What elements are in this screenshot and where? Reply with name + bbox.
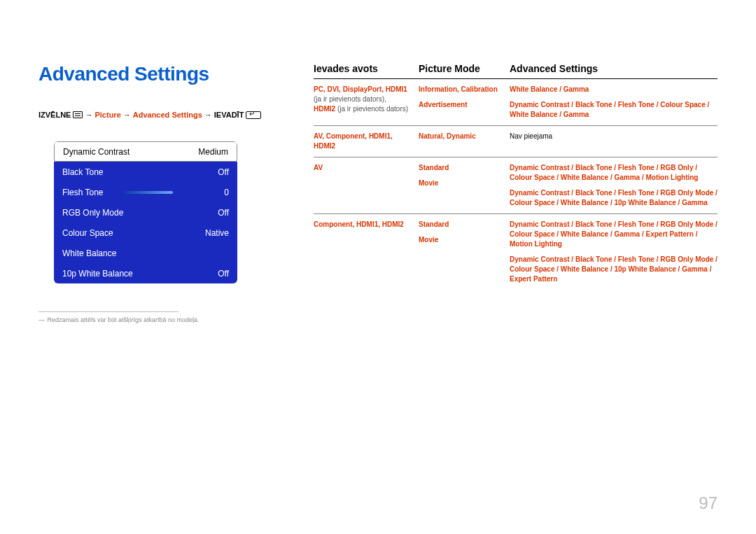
setting-value: Native	[205, 228, 229, 238]
mode-cell: StandardMovie	[419, 163, 510, 188]
mode-text: Standard	[419, 220, 504, 230]
setting-row[interactable]: Dynamic ContrastMedium	[54, 141, 237, 162]
adv-cell: Dynamic Contrast / Black Tone / Flesh To…	[510, 163, 718, 208]
setting-row[interactable]: 10p White BalanceOff	[54, 263, 237, 283]
source-sub: (ja ir pievienots dators),	[314, 94, 413, 104]
enter-icon	[246, 111, 261, 119]
source-cell: AV, Component, HDMI1, HDMI2	[314, 132, 419, 151]
setting-value: Off	[218, 167, 229, 177]
mode-cell: Information, CalibrationAdvertisement	[419, 85, 510, 110]
table-row: AV, Component, HDMI1, HDMI2Natural, Dyna…	[314, 126, 718, 157]
table-row: Component, HDMI1, HDMI2StandardMovieDyna…	[314, 214, 718, 290]
mode-text: Information, Calibration	[419, 85, 504, 94]
mode-text: Movie	[419, 235, 504, 245]
table-row: AVStandardMovieDynamic Contrast / Black …	[314, 157, 718, 214]
adv-text: Dynamic Contrast / Black Tone / Flesh To…	[510, 255, 718, 284]
col-header-mode: Picture Mode	[419, 63, 510, 74]
slider-track	[124, 191, 173, 194]
setting-value: Off	[218, 208, 229, 218]
source-cell: PC, DVI, DisplayPort, HDMI1(ja ir pievie…	[314, 85, 419, 114]
settings-box: Dynamic ContrastMediumBlack ToneOffFlesh…	[54, 141, 237, 283]
col-header-source: Ievades avots	[314, 63, 419, 74]
setting-label: 10p White Balance	[62, 269, 133, 279]
table-row: PC, DVI, DisplayPort, HDMI1(ja ir pievie…	[314, 79, 718, 126]
arrow-icon: →	[85, 111, 92, 119]
setting-label: Flesh Tone	[62, 188, 103, 197]
page-title: Advanced Settings	[38, 63, 280, 85]
adv-text: Nav pieejama	[510, 132, 718, 141]
setting-value: Medium	[198, 147, 228, 157]
adv-text: White Balance / Gamma	[510, 85, 718, 94]
source-cell: Component, HDMI1, HDMI2	[314, 220, 419, 230]
breadcrumb: IZVĒLNE → Picture → Advanced Settings → …	[38, 111, 280, 119]
setting-label: White Balance	[62, 248, 116, 258]
mode-text: Natural, Dynamic	[419, 132, 504, 141]
source-text: AV, Component, HDMI1, HDMI2	[314, 132, 413, 151]
arrow-icon: →	[204, 111, 212, 119]
col-header-adv: Advanced Settings	[510, 63, 718, 74]
adv-text: Dynamic Contrast / Black Tone / Flesh To…	[510, 220, 718, 249]
footnote-text: Redzamais attēls var būt atšķirīgs atkar…	[48, 316, 200, 323]
setting-label: RGB Only Mode	[62, 208, 123, 218]
adv-cell: White Balance / GammaDynamic Contrast / …	[510, 85, 718, 120]
mode-text: Movie	[419, 178, 504, 188]
source-cell: AV	[314, 163, 419, 173]
source-text: PC, DVI, DisplayPort, HDMI1	[314, 85, 413, 94]
setting-row[interactable]: Flesh Tone0	[54, 182, 237, 202]
setting-row[interactable]: RGB Only ModeOff	[54, 202, 237, 223]
source-sub2: HDMI2 (ja ir pievienots dators)	[314, 104, 413, 114]
setting-value: Off	[218, 269, 229, 279]
mode-text: Advertisement	[419, 100, 504, 110]
source-text: Component, HDMI1, HDMI2	[314, 220, 413, 230]
page-number: 97	[699, 493, 718, 513]
setting-label: Black Tone	[62, 167, 103, 177]
adv-cell: Nav pieejama	[510, 132, 718, 141]
setting-value: 0	[224, 188, 229, 197]
mode-text: Standard	[419, 163, 504, 173]
setting-row[interactable]: White Balance	[54, 243, 237, 263]
setting-label: Colour Space	[62, 228, 113, 238]
mode-cell: Natural, Dynamic	[419, 132, 510, 141]
adv-text: Dynamic Contrast / Black Tone / Flesh To…	[510, 100, 718, 120]
footnote: ― Redzamais attēls var būt atšķirīgs atk…	[38, 316, 280, 323]
adv-text: Dynamic Contrast / Black Tone / Flesh To…	[510, 188, 718, 208]
source-text: AV	[314, 163, 413, 173]
mode-cell: StandardMovie	[419, 220, 510, 245]
breadcrumb-menu: IZVĒLNE	[38, 111, 71, 119]
footnote-rule	[38, 311, 178, 312]
breadcrumb-adv: Advanced Settings	[133, 111, 202, 119]
arrow-icon: →	[123, 111, 131, 119]
setting-row[interactable]: Black ToneOff	[54, 162, 237, 182]
menu-icon	[73, 111, 83, 118]
breadcrumb-picture: Picture	[94, 111, 120, 119]
adv-text: Dynamic Contrast / Black Tone / Flesh To…	[510, 163, 718, 183]
breadcrumb-enter: IEVADĪT	[214, 111, 244, 119]
footnote-dash: ―	[38, 316, 46, 323]
adv-cell: Dynamic Contrast / Black Tone / Flesh To…	[510, 220, 718, 284]
setting-label: Dynamic Contrast	[63, 147, 130, 157]
setting-row[interactable]: Colour SpaceNative	[54, 223, 237, 243]
